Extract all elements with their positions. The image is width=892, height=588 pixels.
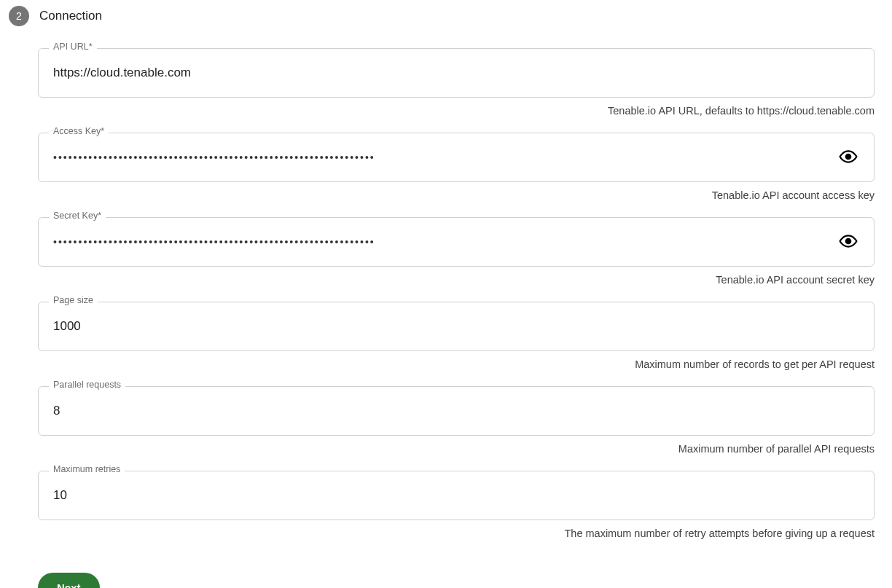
max-retries-helper: The maximum number of retry attempts bef… (38, 528, 875, 539)
svg-point-0 (846, 154, 851, 159)
form-actions: Next (38, 573, 875, 588)
secret-key-input[interactable] (52, 235, 836, 248)
eye-icon (839, 147, 858, 168)
parallel-requests-helper: Maximum number of parallel API requests (38, 443, 875, 455)
access-key-helper: Tenable.io API account access key (38, 189, 875, 201)
step-header: 2 Connection (9, 6, 883, 26)
next-button[interactable]: Next (38, 573, 100, 588)
access-key-label: Access Key* (49, 127, 109, 136)
page-size-wrapper: Page size (38, 302, 875, 351)
access-key-wrapper: Access Key* (38, 133, 875, 182)
eye-icon (839, 232, 858, 253)
parallel-requests-wrapper: Parallel requests (38, 386, 875, 436)
field-access-key: Access Key* Tenable.io API account acces… (38, 133, 875, 201)
secret-key-visibility-toggle[interactable] (836, 229, 861, 256)
access-key-visibility-toggle[interactable] (836, 144, 861, 171)
field-max-retries: Maximum retries The maximum number of re… (38, 471, 875, 539)
max-retries-input[interactable] (52, 487, 861, 503)
page-size-helper: Maximum number of records to get per API… (38, 358, 875, 370)
parallel-requests-label: Parallel requests (49, 380, 125, 390)
secret-key-wrapper: Secret Key* (38, 217, 875, 267)
field-api-url: API URL* Tenable.io API URL, defaults to… (38, 48, 875, 117)
max-retries-label: Maximum retries (49, 465, 125, 474)
field-parallel-requests: Parallel requests Maximum number of para… (38, 386, 875, 455)
svg-point-1 (846, 238, 851, 243)
max-retries-wrapper: Maximum retries (38, 471, 875, 520)
api-url-wrapper: API URL* (38, 48, 875, 98)
api-url-input[interactable] (52, 65, 861, 81)
parallel-requests-input[interactable] (52, 403, 861, 419)
step-title: Connection (39, 9, 102, 23)
connection-form: API URL* Tenable.io API URL, defaults to… (38, 48, 875, 588)
page-size-label: Page size (49, 296, 98, 305)
step-number-badge: 2 (9, 6, 29, 26)
api-url-label: API URL* (49, 42, 97, 52)
access-key-input[interactable] (52, 151, 836, 164)
field-secret-key: Secret Key* Tenable.io API account secre… (38, 217, 875, 286)
secret-key-label: Secret Key* (49, 211, 106, 221)
api-url-helper: Tenable.io API URL, defaults to https://… (38, 105, 875, 117)
field-page-size: Page size Maximum number of records to g… (38, 302, 875, 370)
secret-key-helper: Tenable.io API account secret key (38, 274, 875, 286)
page-size-input[interactable] (52, 318, 861, 334)
